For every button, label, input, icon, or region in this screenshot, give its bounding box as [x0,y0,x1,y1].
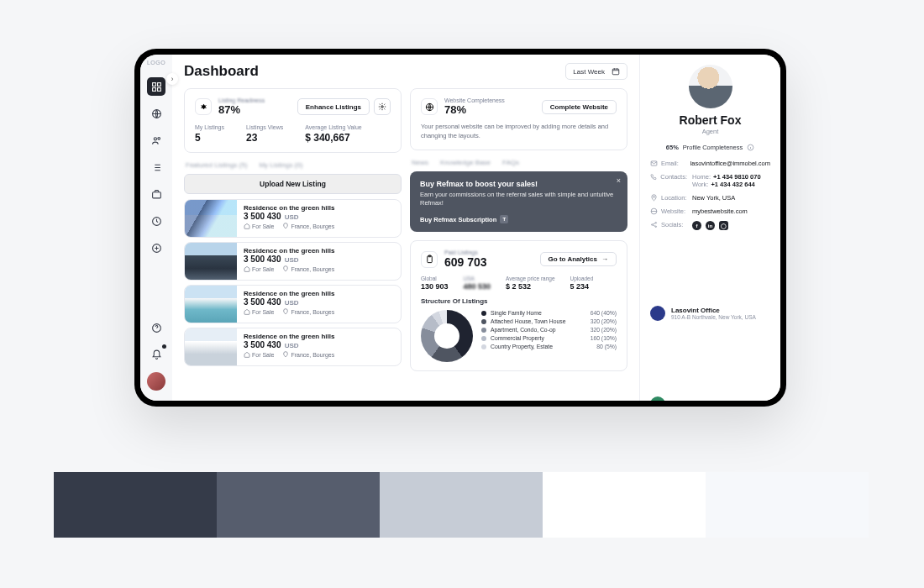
nav-people[interactable] [147,131,165,150]
analytics-card: Paid Listings609 703 Go to Analytics→ Gl… [410,240,627,371]
svg-rect-0 [152,82,155,86]
chart-legend: Single Family Home640 (40%)Attached Hous… [481,310,617,362]
listing-location: France, Bourges [282,223,334,229]
date-range-picker[interactable]: Last Week [565,63,627,80]
analytics-value: 609 703 [444,255,487,269]
legend-row: Apartment, Condo, Co-op320 (20%) [481,327,617,333]
listing-thumbnail [185,200,237,237]
promo-cta-link[interactable]: Buy Refmax SubscriptionT [420,215,617,223]
website-completeness-value: 78% [444,103,505,116]
svg-point-5 [154,137,156,139]
listing-row[interactable]: Residence on the green hills 3 500 430 U… [184,328,402,366]
affiliation[interactable]: Lasovint Office910 A-B Northvale, New Yo… [650,306,770,321]
email-value[interactable]: lasovintoffice@immobel.com [690,160,770,167]
svg-rect-3 [157,87,160,91]
legend-row: Country Property, Estate80 (5%) [481,344,617,349]
analytics-label: Paid Listings [444,249,487,255]
contacts-label: Contacts: [650,173,687,181]
listing-price: 3 500 430 USD [244,212,396,221]
listing-status: For Sale [244,265,274,272]
bat-icon [195,98,212,115]
listing-location: France, Bourges [282,351,334,358]
nav-add[interactable] [147,239,165,257]
listings-readiness-card: Listing Readiness87% Enhance Listings My… [184,88,402,153]
profile-panel: Robert Fox Agent 65%Profile Completeness… [639,55,780,401]
clipboard-icon [421,251,438,268]
palette-swatch [706,472,869,538]
nav-briefcase[interactable] [147,185,165,203]
listings-tabs[interactable]: Featured Listings (5)My Listings (0) [186,161,402,169]
affiliation-logo [650,396,665,401]
promo-banner: × Buy Refmax to boost your sales! Earn y… [410,171,627,233]
profile-role: Agent [650,128,770,135]
palette-swatch [543,472,706,538]
legend-row: Attached House, Town House320 (20%) [481,318,617,324]
settings-button[interactable] [374,98,391,115]
sidebar-expand-button[interactable]: › [166,73,178,85]
promo-tag-icon: T [500,215,508,223]
affiliation[interactable]: Brinston House Brand [650,396,770,401]
email-label: Email: [650,160,685,167]
profile-name: Robert Fox [650,113,770,127]
color-palette [54,472,869,538]
linkedin-icon[interactable]: in [706,221,715,230]
enhance-listings-button[interactable]: Enhance Listings [297,98,370,115]
pin-icon [650,194,658,202]
structure-title: Structure Of Listings [421,297,617,305]
instagram-icon[interactable]: ◯ [719,221,728,230]
info-icon[interactable] [747,144,754,151]
listing-status: For Sale [244,308,274,315]
listing-row[interactable]: Residence on the green hills 3 500 430 U… [184,199,402,238]
profile-completeness: 65%Profile Completeness [650,144,770,151]
promo-close-button[interactable]: × [617,176,621,185]
nav-help[interactable] [147,318,165,337]
svg-point-12 [381,106,384,108]
main-content: Dashboard Last Week Listing Readiness87%… [172,55,639,401]
svg-point-21 [655,223,657,224]
listing-price: 3 500 430 USD [244,255,396,264]
go-to-analytics-button[interactable]: Go to Analytics→ [540,252,617,266]
phone-icon [650,173,657,181]
svg-point-20 [652,224,654,226]
profile-avatar[interactable] [689,65,732,108]
listing-row[interactable]: Residence on the green hills 3 500 430 U… [184,242,402,281]
listing-location: France, Bourges [282,308,334,315]
svg-point-22 [655,226,657,228]
svg-point-18 [654,196,655,197]
listing-thumbnail [185,243,237,280]
logo: LOGO [147,60,165,66]
svg-rect-2 [152,87,155,91]
analytics-stat: Global130 903 [421,276,449,291]
facebook-icon[interactable]: f [692,221,701,230]
nav-clock[interactable] [147,212,165,230]
user-avatar-small[interactable] [147,372,165,391]
palette-swatch [54,472,217,538]
legend-row: Commercial Property160 (10%) [481,335,617,341]
listing-row[interactable]: Residence on the green hills 3 500 430 U… [184,285,402,323]
complete-website-button[interactable]: Complete Website [542,100,617,114]
news-tabs[interactable]: NewsKnowledge BaseFAQs [412,159,627,166]
nav-notifications[interactable] [147,345,165,364]
stat: Listings Views23 [246,124,283,144]
donut-chart [421,310,473,362]
location-label: Location: [650,194,687,202]
socials-label: Socials: [650,221,687,228]
nav-globe[interactable] [147,104,165,123]
socials-value: fin◯ [692,221,770,230]
website-completeness-label: Website Completeness [444,97,505,103]
contacts-value: Home:+1 434 9810 070Work:+1 434 432 644 [692,173,770,188]
svg-rect-11 [612,69,619,75]
palette-swatch [380,472,543,538]
legend-row: Single Family Home640 (40%) [481,310,617,316]
gear-icon [378,102,386,111]
website-label: Website: [650,207,687,215]
analytics-stat: USA480 530 [464,276,491,291]
nav-list[interactable] [147,158,165,176]
listing-thumbnail [185,286,237,323]
stat: My Listings5 [195,124,224,144]
upload-listing-button[interactable]: Upload New Listing [184,174,402,194]
website-value[interactable]: mybestwebsite.com [692,207,770,215]
nav-dashboard[interactable] [147,77,165,96]
listing-readiness-value: 87% [218,103,265,116]
promo-title: Buy Refmax to boost your sales! [420,180,617,188]
